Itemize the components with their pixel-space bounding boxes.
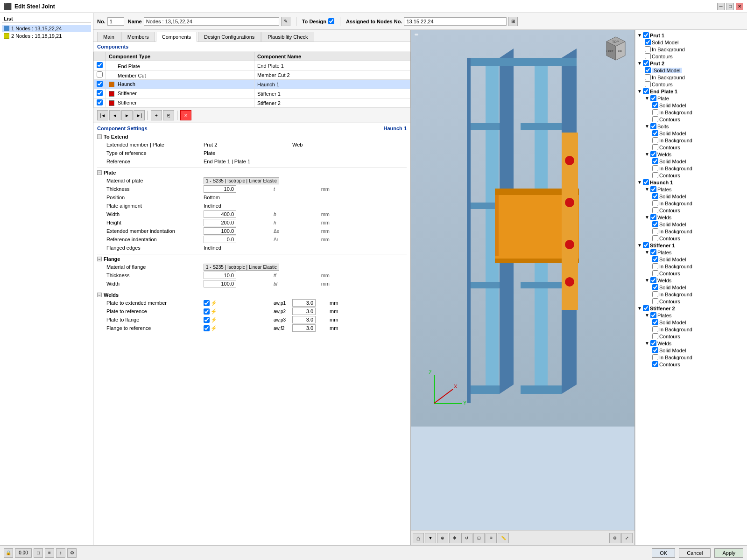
tree-item[interactable]: ▼ Welds <box>637 340 745 347</box>
tab-components[interactable]: Components <box>156 32 197 42</box>
close-button[interactable]: ✕ <box>736 3 743 10</box>
tree-check-21[interactable] <box>643 179 649 185</box>
tree-check-20[interactable] <box>652 172 658 178</box>
tree-arrow-4[interactable]: ▼ <box>637 61 642 66</box>
tree-check-42[interactable] <box>652 326 658 332</box>
tree-check-45[interactable] <box>652 347 658 353</box>
flange-thickness-input[interactable] <box>204 272 236 279</box>
tree-check-14[interactable] <box>652 130 658 136</box>
comp-table-row[interactable]: Haunch Haunch 1 <box>94 80 410 89</box>
tab-design-configs[interactable]: Design Configurations <box>198 32 261 42</box>
tree-check-5[interactable] <box>645 67 651 73</box>
tree-item[interactable]: ▼ Bolts <box>637 123 745 130</box>
next-btn[interactable]: ► <box>121 110 133 120</box>
weld-2-input[interactable] <box>292 308 316 315</box>
comp-check-3[interactable] <box>97 90 103 96</box>
ref-indent-input[interactable] <box>204 236 236 243</box>
view-measure-button[interactable]: 📏 <box>498 533 509 543</box>
tree-check-15[interactable] <box>652 137 658 143</box>
tree-item[interactable]: ▼ Plate <box>637 95 745 102</box>
view-fit-button[interactable]: ⊡ <box>473 533 485 543</box>
tree-item[interactable]: ▼ Stiffener 1 <box>637 242 745 249</box>
collapse-to-extend[interactable]: − <box>97 134 102 139</box>
tree-check-36[interactable] <box>652 284 658 290</box>
view-home-button[interactable]: ⌂ <box>413 533 424 543</box>
status-config-btn[interactable]: ⚙ <box>67 548 77 558</box>
cube-navigator[interactable]: TOP LEFT FR <box>602 35 630 63</box>
comp-check-4[interactable] <box>97 99 103 105</box>
assigned-edit-button[interactable]: ⊞ <box>508 17 518 26</box>
weld-4-input[interactable] <box>292 324 316 332</box>
tree-check-11[interactable] <box>652 109 658 115</box>
tree-item[interactable]: ▼ Welds <box>637 151 745 158</box>
tree-item[interactable]: ▼ Plates <box>637 312 745 319</box>
tree-check-24[interactable] <box>652 200 658 206</box>
tree-item[interactable]: ▼ End Plate 1 <box>637 88 745 95</box>
tab-members[interactable]: Members <box>121 32 155 42</box>
tree-arrow-9[interactable]: ▼ <box>645 96 649 101</box>
ok-button[interactable]: OK <box>652 548 675 558</box>
comp-table-row[interactable]: Member Cut Member Cut 2 <box>94 70 410 80</box>
delete-btn[interactable]: ✕ <box>180 110 191 120</box>
tree-check-35[interactable] <box>650 277 656 283</box>
add-btn[interactable]: + <box>151 110 162 120</box>
name-edit-button[interactable]: ✎ <box>281 17 290 26</box>
tree-check-19[interactable] <box>652 165 658 171</box>
tree-arrow-8[interactable]: ▼ <box>637 89 642 94</box>
status-lock-btn[interactable]: 🔒 <box>4 548 13 558</box>
collapse-welds[interactable]: − <box>97 293 102 297</box>
tree-item[interactable]: ▼ Plates <box>637 249 745 256</box>
group-flange-header[interactable]: − Flange <box>97 255 407 263</box>
comp-check-0[interactable] <box>97 62 103 68</box>
tree-check-27[interactable] <box>652 221 658 227</box>
status-grid-btn[interactable]: □ <box>34 548 43 558</box>
tree-check-8[interactable] <box>643 88 649 94</box>
tree-arrow-17[interactable]: ▼ <box>645 152 649 157</box>
comp-check-1[interactable] <box>97 71 103 77</box>
tree-arrow-30[interactable]: ▼ <box>637 243 642 248</box>
view-dropdown-button[interactable]: ▼ <box>425 533 436 543</box>
tree-check-16[interactable] <box>652 144 658 150</box>
tree-check-25[interactable] <box>652 207 658 213</box>
group-to-extend-header[interactable]: − To Extend <box>97 133 407 140</box>
prev-btn[interactable]: ◄ <box>109 110 120 120</box>
list-item[interactable]: 1 Nodes : 13,15,22,24 <box>2 25 91 32</box>
tree-check-12[interactable] <box>652 116 658 122</box>
tree-check-33[interactable] <box>652 263 658 269</box>
tab-plausibility[interactable]: Plausibility Check <box>261 32 314 42</box>
tree-check-43[interactable] <box>652 333 658 339</box>
group-welds-header[interactable]: − Welds <box>97 291 407 299</box>
weld-3-input[interactable] <box>292 316 316 323</box>
title-bar-controls[interactable]: ─ □ ✕ <box>717 3 743 10</box>
tree-check-38[interactable] <box>652 298 658 304</box>
comp-table-row[interactable]: Stiffener Stiffener 1 <box>94 89 410 98</box>
tree-check-0[interactable] <box>643 32 649 38</box>
copy-btn[interactable]: ⎘ <box>163 110 174 120</box>
thickness-input[interactable] <box>204 185 236 193</box>
tree-check-39[interactable] <box>643 305 649 311</box>
to-design-checkbox[interactable] <box>328 18 334 24</box>
tree-check-1[interactable] <box>645 39 651 45</box>
tree-item[interactable]: ▼ Prut 2 <box>637 60 745 67</box>
no-input[interactable] <box>107 17 124 26</box>
tree-item[interactable]: ▼ Prut 1 <box>637 32 745 39</box>
last-btn[interactable]: ►| <box>134 110 145 120</box>
tree-item[interactable]: ▼ Haunch 1 <box>637 179 745 186</box>
tree-item[interactable]: ▼ Stiffener 2 <box>637 305 745 312</box>
weld-1-check[interactable] <box>204 300 210 306</box>
height-input[interactable] <box>204 219 236 226</box>
weld-2-check[interactable] <box>204 308 210 315</box>
tree-check-10[interactable] <box>652 102 658 108</box>
first-btn[interactable]: |◄ <box>97 110 108 120</box>
tree-check-30[interactable] <box>643 242 649 248</box>
weld-1-input[interactable] <box>292 299 316 307</box>
status-value-btn[interactable]: 0.00 <box>15 548 32 558</box>
tree-item[interactable]: ▼ Plates <box>637 186 745 193</box>
tree-arrow-39[interactable]: ▼ <box>637 306 642 311</box>
tree-check-41[interactable] <box>652 319 658 325</box>
apply-button[interactable]: Apply <box>714 548 743 558</box>
view-pan-button[interactable]: ✥ <box>449 533 460 543</box>
maximize-button[interactable]: □ <box>726 3 734 10</box>
tree-check-31[interactable] <box>650 249 656 255</box>
view-section-button[interactable]: ⧈ <box>486 533 497 543</box>
